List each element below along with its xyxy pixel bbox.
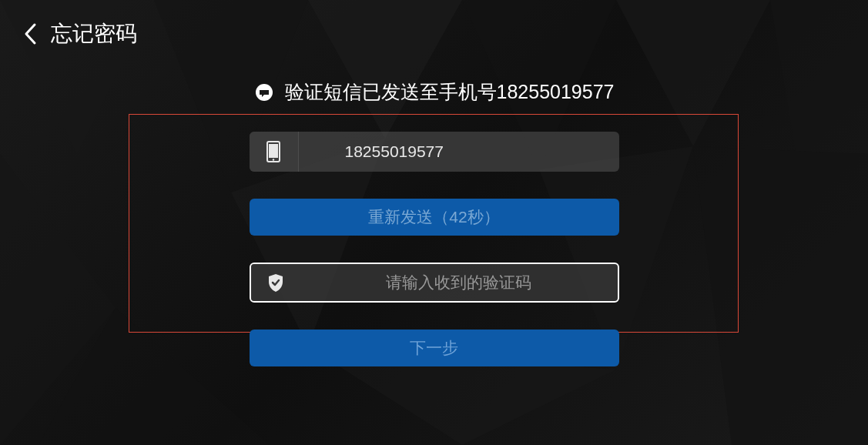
resend-label: 重新发送（42秒） [368, 206, 499, 228]
code-placeholder: 请输入收到的验证码 [300, 272, 618, 293]
svg-rect-14 [269, 144, 278, 158]
phone-input[interactable]: 18255019577 [250, 132, 619, 172]
next-label: 下一步 [410, 337, 458, 359]
header: 忘记密码 [0, 0, 868, 68]
sms-notice: 验证短信已发送至手机号18255019577 [254, 79, 615, 105]
svg-point-15 [273, 159, 274, 160]
shield-icon [251, 264, 300, 301]
back-icon[interactable] [23, 22, 37, 45]
next-button[interactable]: 下一步 [250, 330, 619, 366]
sms-icon [254, 82, 274, 102]
page-title: 忘记密码 [51, 19, 137, 49]
resend-button[interactable]: 重新发送（42秒） [250, 199, 619, 236]
phone-value: 18255019577 [299, 142, 619, 161]
notice-text: 验证短信已发送至手机号18255019577 [285, 79, 615, 105]
phone-icon [250, 132, 299, 172]
code-input[interactable]: 请输入收到的验证码 [250, 263, 619, 303]
